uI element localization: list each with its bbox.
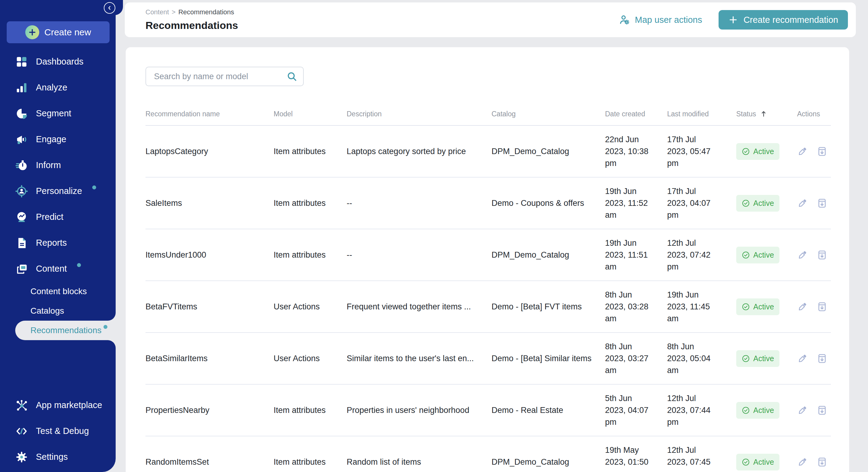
archive-button[interactable]: [816, 146, 828, 157]
sidebar-item-label: Analyze: [36, 83, 67, 93]
cell-recommendation-name: ItemsUnder1000: [146, 250, 274, 260]
search-input[interactable]: [153, 71, 283, 82]
table-row[interactable]: ItemsUnder1000 Item attributes -- DPM_De…: [146, 229, 831, 281]
cell-date-created: 19th Jun 2023, 11:52 am: [605, 185, 667, 221]
map-user-actions-link[interactable]: Map user actions: [617, 14, 704, 26]
status-badge: Active: [736, 402, 779, 419]
cell-status: Active: [736, 350, 797, 367]
edit-button[interactable]: [797, 456, 808, 467]
edit-button[interactable]: [797, 198, 808, 209]
check-circle-icon: [742, 199, 750, 207]
table-row[interactable]: BetaSimilarItems User Actions Similar it…: [146, 333, 831, 385]
cell-model: User Actions: [274, 354, 347, 363]
sidebar-item-content[interactable]: Content: [0, 256, 116, 282]
table-row[interactable]: PropertiesNearby Item attributes Propert…: [146, 385, 831, 436]
column-header-status[interactable]: Status: [736, 109, 797, 118]
table-row[interactable]: RandomItemsSet Item attributes Random li…: [146, 436, 831, 472]
code-icon: [15, 425, 28, 438]
cell-actions: [797, 301, 831, 312]
edit-button[interactable]: [797, 249, 808, 260]
column-header-last-modified[interactable]: Last modified: [667, 110, 736, 118]
column-header-catalog[interactable]: Catalog: [492, 110, 605, 118]
status-label: Active: [753, 406, 774, 415]
archive-button[interactable]: [816, 353, 828, 364]
cell-actions: [797, 405, 831, 416]
sidebar-item-segment[interactable]: Segment: [0, 100, 116, 126]
breadcrumb-separator: >: [172, 8, 176, 16]
archive-button[interactable]: [816, 301, 828, 312]
cell-recommendation-name: LaptopsCategory: [146, 147, 274, 156]
table-body: LaptopsCategory Item attributes Laptops …: [146, 126, 831, 472]
analyze-icon: [15, 81, 28, 94]
cell-catalog: DPM_Demo_Catalog: [492, 250, 605, 260]
status-badge: Active: [736, 195, 779, 212]
create-recommendation-button[interactable]: Create recommendation: [719, 10, 848, 30]
archive-button[interactable]: [816, 198, 828, 209]
cell-model: User Actions: [274, 302, 347, 312]
sidebar-item-dashboards[interactable]: Dashboards: [0, 49, 116, 75]
page-header: Content > Recommendations Recommendation…: [125, 2, 856, 37]
sidebar-subitem-label: Content blocks: [30, 287, 87, 296]
archive-button[interactable]: [816, 249, 828, 260]
sort-ascending-icon: [759, 109, 768, 118]
personalize-icon: [15, 185, 28, 198]
sidebar-item-inform[interactable]: Inform: [0, 152, 116, 178]
cell-recommendation-name: PropertiesNearby: [146, 406, 274, 415]
status-label: Active: [753, 250, 774, 260]
sidebar-item-settings[interactable]: Settings: [0, 444, 116, 470]
archive-button[interactable]: [816, 456, 828, 467]
sidebar-item-content-blocks[interactable]: Content blocks: [0, 282, 116, 301]
sidebar-item-label: Personalize: [36, 186, 82, 196]
sidebar-item-recommendations[interactable]: Recommendations: [15, 321, 116, 340]
archive-button[interactable]: [816, 405, 828, 416]
edit-button[interactable]: [797, 301, 808, 312]
concave-corner-top: [108, 313, 116, 321]
sidebar-item-personalize[interactable]: Personalize: [0, 178, 116, 204]
concave-corner-bottom: [108, 340, 116, 348]
sidebar-item-engage[interactable]: Engage: [0, 126, 116, 152]
sidebar-item-label: Dashboards: [36, 57, 83, 67]
pencil-icon: [797, 146, 808, 157]
edit-button[interactable]: [797, 353, 808, 364]
search-icon[interactable]: [287, 71, 297, 82]
sidebar-item-test-debug[interactable]: Test & Debug: [0, 418, 116, 444]
sidebar-collapse-button[interactable]: [104, 2, 115, 14]
column-header-description[interactable]: Description: [347, 110, 492, 118]
cell-status: Active: [736, 454, 797, 470]
cell-description: Properties in users' neighborhood: [347, 406, 492, 415]
table-row[interactable]: SaleItems Item attributes -- Demo - Coup…: [146, 178, 831, 229]
edit-button[interactable]: [797, 405, 808, 416]
cell-last-modified: 17th Jul 2023, 04:07 pm: [667, 185, 736, 221]
cell-catalog: Demo - Coupons & offers: [492, 199, 605, 208]
sidebar-item-predict[interactable]: Predict: [0, 204, 116, 230]
archive-box-icon: [816, 353, 828, 364]
cell-status: Active: [736, 143, 797, 160]
cell-status: Active: [736, 247, 797, 263]
cell-last-modified: 12th Jul 2023, 07:42 pm: [667, 237, 736, 273]
new-feature-dot: [92, 185, 96, 189]
sidebar-item-label: Engage: [36, 134, 66, 144]
breadcrumb: Content > Recommendations: [146, 8, 617, 16]
sidebar-item-label: Content: [36, 264, 67, 274]
table-row[interactable]: BetaFVTitems User Actions Frequent viewe…: [146, 281, 831, 333]
column-header-date-created[interactable]: Date created: [605, 110, 667, 118]
sidebar-item-app-marketplace[interactable]: App marketplace: [0, 392, 116, 418]
reports-icon: [15, 237, 28, 249]
breadcrumb-parent[interactable]: Content: [146, 8, 169, 16]
create-new-button[interactable]: Create new: [7, 21, 110, 43]
column-header-recommendation-name[interactable]: Recommendation name: [146, 110, 274, 118]
sidebar-item-analyze[interactable]: Analyze: [0, 75, 116, 100]
map-user-actions-label: Map user actions: [635, 15, 702, 25]
page-header-left: Content > Recommendations Recommendation…: [125, 8, 617, 31]
page-title: Recommendations: [146, 20, 617, 31]
status-label: Active: [753, 458, 774, 467]
edit-button[interactable]: [797, 146, 808, 157]
content-icon: [15, 263, 28, 275]
sidebar-item-catalogs[interactable]: Catalogs: [0, 301, 116, 321]
sidebar-item-label: Settings: [36, 452, 68, 462]
status-label: Active: [753, 147, 774, 156]
sidebar-item-reports[interactable]: Reports: [0, 230, 116, 256]
predict-icon: [15, 211, 28, 224]
table-row[interactable]: LaptopsCategory Item attributes Laptops …: [146, 126, 831, 178]
column-header-model[interactable]: Model: [274, 110, 347, 118]
